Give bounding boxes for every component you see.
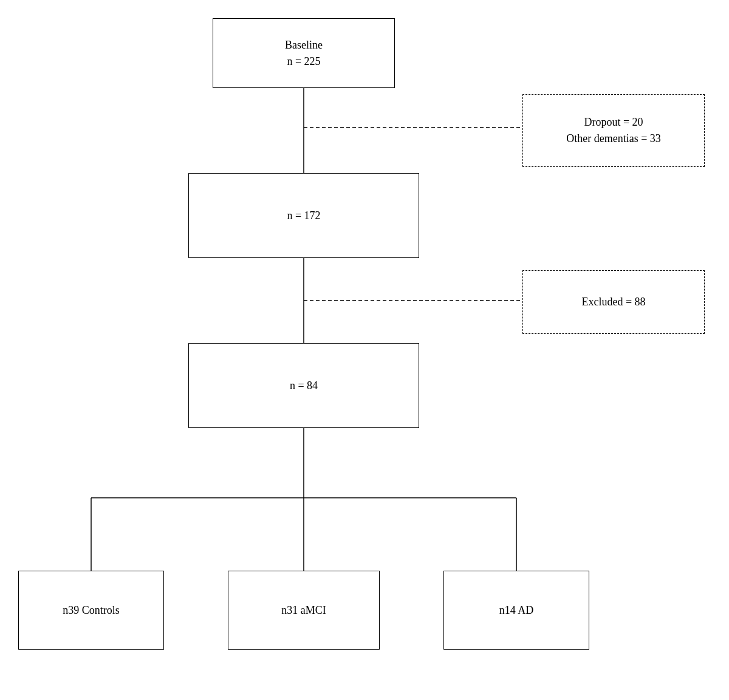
baseline-box: Baseline n = 225 (213, 18, 395, 88)
ad-label: n14 AD (499, 602, 534, 619)
excluded-label: Excluded = 88 (581, 294, 645, 310)
amci-label: n31 aMCI (281, 602, 326, 619)
dropout-label-line2: Other dementias = 33 (566, 131, 661, 147)
amci-box: n31 aMCI (228, 571, 380, 650)
ad-box: n14 AD (443, 571, 589, 650)
dropout-box: Dropout = 20 Other dementias = 33 (522, 94, 705, 167)
flowchart: Baseline n = 225 Dropout = 20 Other deme… (0, 0, 729, 700)
baseline-label-line1: Baseline (285, 37, 323, 53)
baseline-label-line2: n = 225 (285, 53, 323, 70)
controls-box: n39 Controls (18, 571, 164, 650)
dropout-label-line1: Dropout = 20 (566, 114, 661, 131)
controls-label: n39 Controls (63, 602, 120, 619)
n84-label: n = 84 (290, 378, 318, 394)
n172-label: n = 172 (287, 208, 320, 224)
excluded-box: Excluded = 88 (522, 270, 705, 334)
n84-box: n = 84 (188, 343, 419, 428)
n172-box: n = 172 (188, 173, 419, 258)
